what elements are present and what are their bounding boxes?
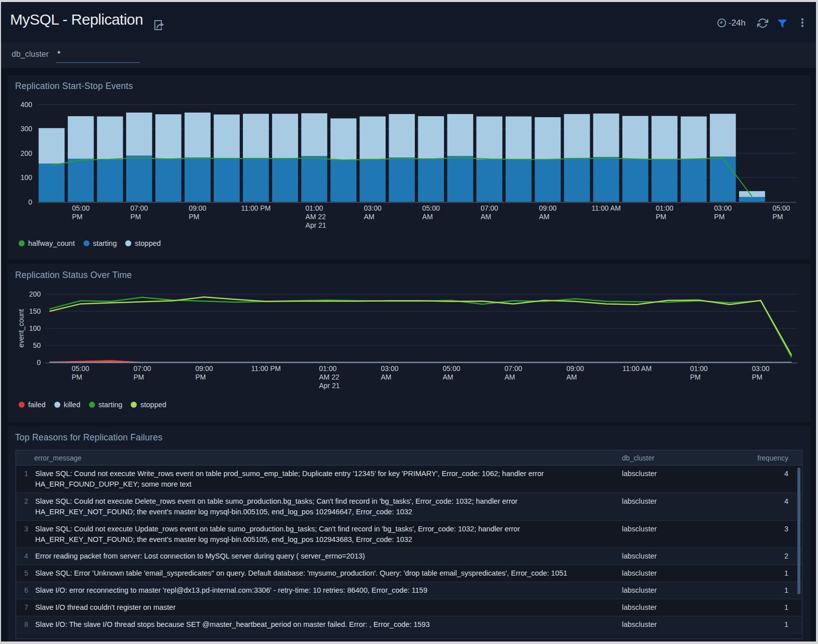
svg-text:400: 400 [21,101,33,109]
svg-text:05:00: 05:00 [772,204,790,212]
svg-text:07:00: 07:00 [504,364,522,373]
svg-text:200: 200 [21,149,33,157]
svg-text:01:00: 01:00 [690,364,707,373]
svg-text:01:00: 01:00 [319,364,336,373]
svg-text:AM: AM [364,213,375,221]
svg-text:200: 200 [29,290,41,298]
svg-text:PM: PM [72,373,82,381]
svg-text:AM: AM [567,373,577,381]
svg-text:Apr 21: Apr 21 [319,382,340,390]
svg-text:05:00: 05:00 [71,364,89,373]
svg-text:09:00: 09:00 [566,364,584,373]
svg-text:11:00 PM: 11:00 PM [241,204,271,212]
svg-text:AM: AM [481,213,491,221]
svg-text:300: 300 [21,125,33,133]
svg-text:AM: AM [539,213,550,221]
svg-text:0: 0 [37,358,41,366]
svg-text:07:00: 07:00 [481,204,498,212]
svg-text:PM: PM [690,373,701,381]
svg-text:0: 0 [28,198,32,206]
svg-text:11:00 AM: 11:00 AM [592,204,621,212]
svg-text:AM: AM [505,373,515,381]
svg-text:07:00: 07:00 [130,204,148,212]
svg-text:05:00: 05:00 [72,204,89,212]
svg-text:11:00 AM: 11:00 AM [622,364,652,373]
svg-text:03:00: 03:00 [752,364,769,373]
svg-text:PM: PM [130,213,141,221]
svg-text:150: 150 [29,307,41,315]
svg-text:PM: PM [752,373,763,381]
svg-text:AM: AM [443,373,453,381]
svg-text:03:00: 03:00 [381,364,398,373]
svg-text:05:00: 05:00 [422,204,440,212]
svg-text:AM 22: AM 22 [319,373,340,381]
svg-text:01:00: 01:00 [306,204,323,212]
svg-text:01:00: 01:00 [656,204,673,212]
svg-text:50: 50 [33,341,41,349]
svg-text:09:00: 09:00 [189,204,206,212]
svg-text:AM: AM [422,213,433,221]
svg-text:PM: PM [656,213,666,221]
svg-text:100: 100 [21,173,33,181]
svg-text:event_count: event_count [17,309,25,347]
svg-text:05:00: 05:00 [442,364,460,373]
svg-text:100: 100 [29,324,41,332]
svg-text:09:00: 09:00 [195,364,213,373]
svg-text:Apr 21: Apr 21 [306,221,326,229]
svg-text:PM: PM [714,213,724,221]
svg-text:11:00 PM: 11:00 PM [251,364,281,373]
svg-text:PM: PM [189,213,199,221]
svg-text:03:00: 03:00 [364,204,382,212]
svg-text:PM: PM [772,213,783,221]
svg-text:PM: PM [72,213,82,221]
svg-text:PM: PM [196,373,206,381]
svg-text:PM: PM [134,373,144,381]
svg-text:07:00: 07:00 [133,364,151,373]
svg-text:AM 22: AM 22 [306,213,326,221]
svg-text:03:00: 03:00 [714,204,732,212]
svg-text:AM: AM [381,373,392,381]
svg-text:09:00: 09:00 [539,204,557,212]
